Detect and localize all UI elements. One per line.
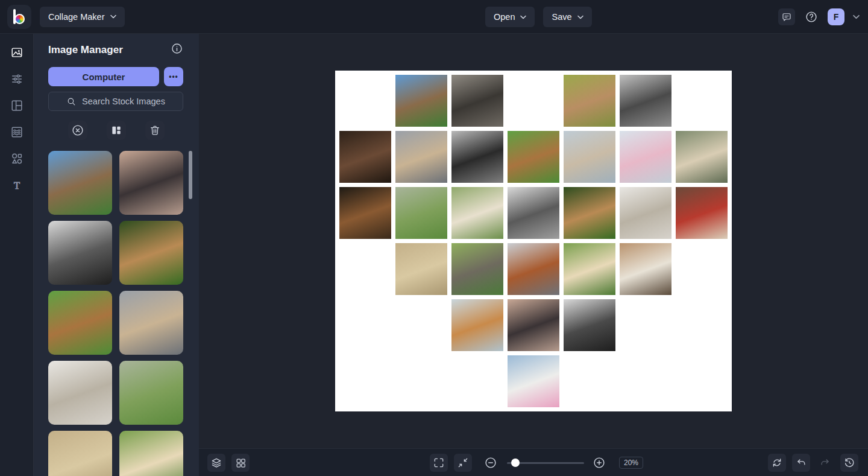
collage-photo-vizsla-sleeping[interactable] — [508, 243, 559, 295]
collage-photo-shaggy-dog-indoors[interactable] — [620, 187, 671, 239]
avatar[interactable]: F — [828, 8, 844, 25]
zoom-slider[interactable] — [507, 454, 584, 472]
rail-item-image-manager[interactable] — [4, 39, 30, 66]
account-chevron-down-icon[interactable] — [853, 14, 860, 19]
image-tools-row — [34, 121, 199, 140]
feedback-button[interactable] — [778, 8, 795, 25]
collage-photo-boxer-muzzle-bw[interactable] — [620, 75, 671, 127]
zoom-level-badge: 20% — [619, 457, 643, 469]
open-button[interactable]: Open — [485, 7, 535, 27]
thumbnail-husky-and-shepherd-on-grass[interactable] — [48, 151, 112, 215]
collage-photo-husky-and-shepherd[interactable] — [395, 75, 447, 127]
search-icon — [66, 97, 77, 107]
rail-item-edit[interactable] — [4, 66, 30, 92]
collage-photo-chihuahua-on-leash[interactable] — [508, 131, 559, 183]
app-logo[interactable] — [7, 5, 31, 29]
text-icon: T — [10, 179, 24, 192]
undo-icon — [795, 457, 807, 469]
grid-view-button[interactable] — [231, 454, 250, 472]
rail-item-graphics[interactable] — [4, 145, 30, 172]
zoom-slider-knob[interactable] — [511, 459, 520, 467]
collage-photo-man-holding-puppy[interactable] — [508, 299, 559, 351]
search-placeholder: Search Stock Images — [82, 97, 165, 106]
autofill-collage-button[interactable] — [107, 121, 126, 140]
redo-button[interactable] — [816, 454, 834, 472]
app-menu-button[interactable]: Collage Maker — [40, 7, 125, 27]
rail-item-layouts[interactable] — [4, 92, 30, 119]
collage-photo-bulldog-puppy[interactable] — [564, 75, 615, 127]
reset-icon — [771, 457, 783, 469]
help-button[interactable] — [804, 9, 819, 25]
computer-upload-button[interactable]: Computer — [48, 67, 159, 86]
thumbnail-dog-running-on-grass[interactable] — [119, 361, 183, 425]
collage-photo-tan-chihuahua-portrait[interactable] — [451, 299, 503, 351]
collage-canvas[interactable] — [335, 71, 732, 411]
collage-photo-dog-in-red-hat[interactable] — [676, 187, 728, 239]
collage-photo-dalmatian-at-fence[interactable] — [620, 243, 671, 295]
thumbnail-terrier-looking-up[interactable] — [48, 431, 112, 476]
stock-search-input[interactable]: Search Stock Images — [48, 92, 183, 111]
collage-photo-dog-with-goggles[interactable] — [620, 131, 671, 183]
collage-photo-saluki-portrait[interactable] — [451, 243, 503, 295]
avatar-initial: F — [834, 12, 839, 22]
rail-item-text[interactable]: T — [4, 172, 30, 198]
collage-photo-dog-running-on-grass[interactable] — [395, 187, 447, 239]
collage-photo-terrier-looking-up[interactable] — [395, 243, 447, 295]
fullscreen-button[interactable] — [430, 454, 448, 472]
collage-photo-sleeping-dog-on-grass[interactable] — [564, 187, 615, 239]
open-label: Open — [494, 12, 515, 22]
thumbnail-shaggy-dog-indoors[interactable] — [48, 361, 112, 425]
undo-button[interactable] — [792, 454, 810, 472]
trash-icon — [149, 124, 161, 136]
zoom-out-button[interactable] — [482, 454, 500, 472]
rail-item-patterns[interactable] — [4, 119, 30, 145]
layers-button[interactable] — [207, 454, 225, 472]
app-menu-label: Collage Maker — [48, 12, 105, 22]
delete-images-button[interactable] — [145, 121, 165, 140]
save-button[interactable]: Save — [543, 7, 591, 27]
sliders-icon — [10, 72, 24, 86]
pattern-waves-icon — [10, 125, 24, 139]
bottombar-left — [207, 454, 250, 472]
collage-photo-black-frenchie-bw[interactable] — [451, 131, 503, 183]
upload-source-row: Computer ••• — [48, 67, 183, 86]
panel-scrollbar[interactable] — [189, 151, 192, 199]
thumbnail-pug-portrait[interactable] — [119, 291, 183, 355]
history-button[interactable] — [840, 454, 858, 472]
collage-photo-white-shepherd-smiling[interactable] — [451, 187, 503, 239]
bottombar: 20% — [199, 448, 868, 476]
thumbnail-golden-retriever-profile[interactable] — [119, 431, 183, 476]
collage-photo-white-dog-pink-glasses[interactable] — [508, 355, 559, 407]
collage-photo-dog-nose-closeup-bw[interactable] — [508, 187, 559, 239]
deselect-all-button[interactable] — [68, 121, 87, 140]
reset-button[interactable] — [768, 454, 786, 472]
collage-photo-grey-dog-nose-bw[interactable] — [564, 299, 615, 351]
minus-circle-icon — [484, 456, 497, 469]
question-mark-icon — [805, 10, 818, 24]
thumbnail-chihuahua-on-leash[interactable] — [48, 291, 112, 355]
thumbnail-dog-nose-closeup-bw[interactable] — [48, 221, 112, 285]
chevron-down-icon — [577, 15, 583, 19]
collage-photo-pug-portrait[interactable] — [395, 131, 447, 183]
thumbnail-sleeping-dog-on-grass[interactable] — [119, 221, 183, 285]
panel-title: Image Manager — [48, 44, 123, 56]
collage-photo-old-brown-labrador[interactable] — [339, 131, 391, 183]
collage-maker-app: { "topbar": { "logo_letter": "b", "app_m… — [0, 0, 868, 476]
collage-photo-brown-dog-looking-up[interactable] — [339, 187, 391, 239]
zoom-in-button[interactable] — [590, 454, 608, 472]
collage-photo-golden-retriever-profile[interactable] — [564, 243, 615, 295]
plus-circle-icon — [593, 456, 606, 469]
more-sources-button[interactable]: ••• — [164, 67, 183, 86]
collage-photo-boston-terrier-portrait[interactable] — [451, 75, 503, 127]
collage-photo-shaggy-white-dog[interactable] — [676, 131, 728, 183]
collage-photo-dogs-nose-to-nose[interactable] — [564, 131, 615, 183]
bottombar-right — [768, 454, 858, 472]
x-circle-icon — [71, 124, 84, 137]
thumbnail-man-holding-puppy[interactable] — [119, 151, 183, 215]
fullscreen-icon — [433, 457, 445, 469]
bottombar-center: 20% — [430, 454, 643, 472]
fit-to-screen-button[interactable] — [454, 454, 472, 472]
topbar: Collage Maker Open Save F — [0, 0, 868, 34]
layers-icon — [210, 457, 222, 469]
info-button[interactable] — [171, 42, 183, 55]
